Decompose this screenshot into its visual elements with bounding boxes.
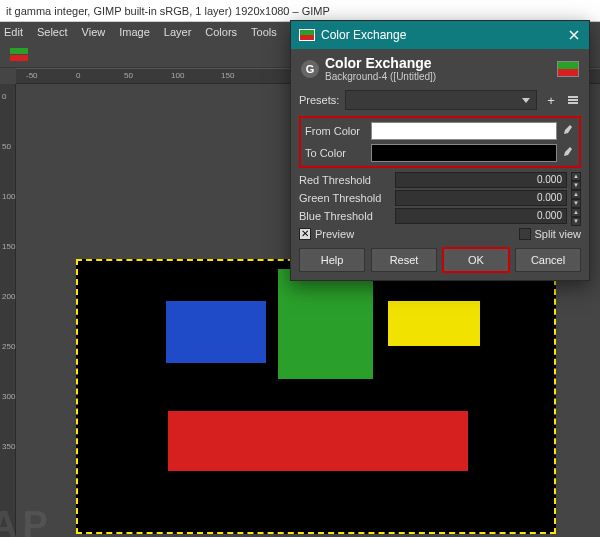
ruler-tick: 100 bbox=[171, 71, 184, 80]
checkmark-icon: ✕ bbox=[299, 228, 311, 240]
green-threshold-row: Green Threshold 0.000 ▲▼ bbox=[299, 190, 581, 206]
color-group: From Color To Color bbox=[299, 116, 581, 168]
options-row: ✕ Preview Split view bbox=[299, 228, 581, 240]
ok-button[interactable]: OK bbox=[443, 248, 509, 272]
red-threshold-label: Red Threshold bbox=[299, 174, 391, 186]
ruler-vertical[interactable]: 0 50 100 150 200 250 300 350 bbox=[0, 84, 16, 537]
svg-rect-2 bbox=[568, 102, 578, 104]
app-title: it gamma integer, GIMP built-in sRGB, 1 … bbox=[6, 5, 330, 17]
layer-thumbnail bbox=[557, 61, 579, 77]
to-color-row: To Color bbox=[305, 144, 575, 162]
reset-button[interactable]: Reset bbox=[371, 248, 437, 272]
red-threshold-row: Red Threshold 0.000 ▲▼ bbox=[299, 172, 581, 188]
ruler-tick: 350 bbox=[2, 442, 15, 451]
ruler-tick: 150 bbox=[221, 71, 234, 80]
eyedropper-icon[interactable] bbox=[561, 124, 575, 138]
menu-colors[interactable]: Colors bbox=[205, 26, 237, 38]
checkbox-empty-icon bbox=[519, 228, 531, 240]
shape-yellow bbox=[388, 301, 480, 346]
from-color-row: From Color bbox=[305, 122, 575, 140]
menu-view[interactable]: View bbox=[82, 26, 106, 38]
menu-select[interactable]: Select bbox=[37, 26, 68, 38]
dialog-header: G Color Exchange Background-4 ([Untitled… bbox=[291, 49, 589, 88]
svg-rect-1 bbox=[568, 99, 578, 101]
ruler-tick: 100 bbox=[2, 192, 15, 201]
green-threshold-spin[interactable]: ▲▼ bbox=[571, 190, 581, 206]
wilber-icon bbox=[6, 46, 32, 64]
dialog-body: Presets: + From Color To Color bbox=[291, 88, 589, 280]
dialog-window-title: Color Exchange bbox=[321, 28, 406, 42]
dialog-subtitle: Background-4 ([Untitled]) bbox=[325, 71, 436, 82]
shape-red bbox=[168, 411, 468, 471]
preview-label: Preview bbox=[315, 228, 354, 240]
eyedropper-icon[interactable] bbox=[561, 146, 575, 160]
ruler-tick: 50 bbox=[124, 71, 133, 80]
dialog-titlebar[interactable]: Color Exchange bbox=[291, 21, 589, 49]
splitview-checkbox[interactable]: Split view bbox=[519, 228, 581, 240]
red-threshold-input[interactable]: 0.000 bbox=[395, 172, 567, 188]
ruler-tick: 300 bbox=[2, 392, 15, 401]
green-threshold-input[interactable]: 0.000 bbox=[395, 190, 567, 206]
ruler-tick: 200 bbox=[2, 292, 15, 301]
close-icon[interactable] bbox=[567, 28, 581, 42]
shape-blue bbox=[166, 301, 266, 363]
ruler-tick: -50 bbox=[26, 71, 38, 80]
watermark: A P bbox=[0, 504, 46, 537]
ruler-tick: 0 bbox=[76, 71, 80, 80]
from-color-label: From Color bbox=[305, 125, 367, 137]
ruler-tick: 0 bbox=[2, 92, 6, 101]
gimp-icon bbox=[299, 29, 315, 41]
ruler-tick: 150 bbox=[2, 242, 15, 251]
presets-label: Presets: bbox=[299, 94, 339, 106]
to-color-label: To Color bbox=[305, 147, 367, 159]
dialog-buttons: Help Reset OK Cancel bbox=[299, 248, 581, 272]
ruler-tick: 250 bbox=[2, 342, 15, 351]
presets-select[interactable] bbox=[345, 90, 537, 110]
app-titlebar: it gamma integer, GIMP built-in sRGB, 1 … bbox=[0, 0, 600, 22]
blue-threshold-spin[interactable]: ▲▼ bbox=[571, 208, 581, 224]
canvas-selection[interactable] bbox=[76, 259, 556, 534]
cancel-button[interactable]: Cancel bbox=[515, 248, 581, 272]
menu-edit[interactable]: Edit bbox=[4, 26, 23, 38]
presets-row: Presets: + bbox=[299, 90, 581, 110]
svg-rect-0 bbox=[568, 96, 578, 98]
blue-threshold-row: Blue Threshold 0.000 ▲▼ bbox=[299, 208, 581, 224]
preview-checkbox[interactable]: ✕ Preview bbox=[299, 228, 354, 240]
blue-threshold-label: Blue Threshold bbox=[299, 210, 391, 222]
red-threshold-spin[interactable]: ▲▼ bbox=[571, 172, 581, 188]
menu-tools[interactable]: Tools bbox=[251, 26, 277, 38]
menu-image[interactable]: Image bbox=[119, 26, 150, 38]
green-threshold-label: Green Threshold bbox=[299, 192, 391, 204]
menu-layer[interactable]: Layer bbox=[164, 26, 192, 38]
to-color-swatch[interactable] bbox=[371, 144, 557, 162]
color-exchange-dialog: Color Exchange G Color Exchange Backgrou… bbox=[290, 20, 590, 281]
add-preset-icon[interactable]: + bbox=[543, 92, 559, 108]
dialog-title: Color Exchange bbox=[325, 55, 436, 71]
help-button[interactable]: Help bbox=[299, 248, 365, 272]
shape-green bbox=[278, 269, 373, 379]
gegl-icon: G bbox=[301, 60, 319, 78]
manage-presets-icon[interactable] bbox=[565, 92, 581, 108]
splitview-label: Split view bbox=[535, 228, 581, 240]
from-color-swatch[interactable] bbox=[371, 122, 557, 140]
blue-threshold-input[interactable]: 0.000 bbox=[395, 208, 567, 224]
ruler-tick: 50 bbox=[2, 142, 11, 151]
